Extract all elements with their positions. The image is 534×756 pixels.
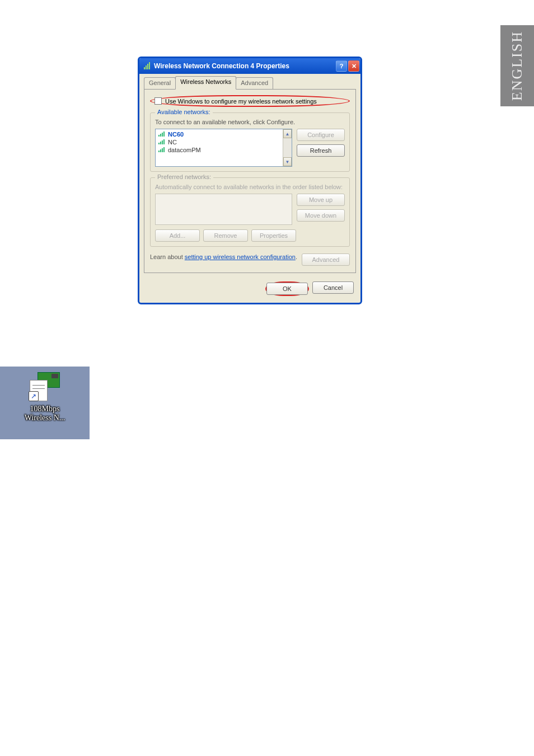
remove-button[interactable]: Remove bbox=[203, 229, 248, 242]
ok-highlight: OK bbox=[265, 281, 309, 296]
shortcut-arrow-icon: ↗ bbox=[29, 391, 39, 401]
list-item[interactable]: NC60 bbox=[157, 130, 282, 138]
refresh-button[interactable]: Refresh bbox=[297, 144, 345, 157]
preferred-legend: Preferred networks: bbox=[155, 173, 213, 180]
shortcut-label-line2: Wireless N... bbox=[25, 414, 65, 422]
svg-rect-3 bbox=[149, 62, 150, 69]
signal-icon bbox=[158, 132, 166, 137]
svg-rect-9 bbox=[160, 142, 161, 144]
svg-rect-10 bbox=[162, 140, 163, 144]
ok-button[interactable]: OK bbox=[266, 283, 308, 295]
signal-icon bbox=[158, 147, 166, 153]
close-button[interactable]: ✕ bbox=[348, 60, 359, 72]
svg-rect-0 bbox=[144, 67, 145, 69]
available-networks-group: Available networks: To connect to an ava… bbox=[150, 112, 350, 172]
properties-button[interactable]: Properties bbox=[251, 229, 296, 242]
tab-wireless-networks[interactable]: Wireless Networks bbox=[175, 76, 236, 90]
available-networks-list[interactable]: NC60 NC datacomPM ▲ ▼ bbox=[155, 129, 292, 167]
dialog-title: Wireless Network Connection 4 Properties bbox=[154, 62, 335, 70]
preferred-hint: Automatically connect to available netwo… bbox=[155, 184, 345, 190]
svg-rect-2 bbox=[147, 64, 148, 69]
svg-rect-7 bbox=[163, 132, 165, 137]
tabstrip: General Wireless Networks Advanced bbox=[139, 74, 360, 90]
svg-rect-15 bbox=[163, 147, 165, 152]
learn-suffix: . bbox=[296, 253, 297, 260]
scroll-down-button[interactable]: ▼ bbox=[283, 157, 292, 166]
learn-link[interactable]: setting up wireless network configuratio… bbox=[185, 253, 296, 260]
use-windows-checkbox[interactable] bbox=[154, 97, 162, 105]
wireless-properties-dialog: Wireless Network Connection 4 Properties… bbox=[138, 57, 362, 304]
available-hint: To connect to an available network, clic… bbox=[155, 119, 345, 125]
learn-prefix: Learn about bbox=[150, 253, 185, 260]
signal-icon bbox=[158, 139, 166, 145]
cancel-button[interactable]: Cancel bbox=[312, 281, 354, 294]
side-language-tab: ENGLISH bbox=[500, 25, 534, 106]
svg-rect-8 bbox=[158, 143, 160, 144]
advanced-button[interactable]: Advanced bbox=[302, 253, 350, 266]
titlebar[interactable]: Wireless Network Connection 4 Properties… bbox=[139, 58, 360, 74]
configure-button[interactable]: Configure bbox=[297, 129, 345, 141]
learn-text: Learn about setting up wireless network … bbox=[150, 253, 297, 260]
svg-rect-14 bbox=[162, 148, 163, 152]
network-name: NC60 bbox=[168, 131, 184, 138]
desktop-shortcut[interactable]: ↗ 108Mbps Wireless N... bbox=[0, 367, 90, 439]
svg-rect-12 bbox=[158, 151, 160, 152]
preferred-networks-group: Preferred networks: Automatically connec… bbox=[150, 177, 350, 247]
side-language-label: ENGLISH bbox=[509, 31, 526, 101]
scroll-up-button[interactable]: ▲ bbox=[283, 129, 292, 138]
network-name: datacomPM bbox=[168, 147, 201, 153]
scrollbar[interactable]: ▲ ▼ bbox=[283, 129, 292, 166]
shortcut-label-line1: 108Mbps bbox=[30, 405, 60, 414]
use-windows-row[interactable]: Use Windows to configure my wireless net… bbox=[150, 95, 350, 107]
add-button[interactable]: Add... bbox=[155, 229, 200, 242]
network-name: NC bbox=[168, 139, 177, 145]
svg-rect-1 bbox=[146, 65, 147, 69]
wireless-icon bbox=[143, 62, 152, 71]
shortcut-icon: ↗ bbox=[27, 372, 62, 401]
svg-rect-6 bbox=[162, 133, 163, 137]
available-legend: Available networks: bbox=[155, 109, 213, 115]
svg-rect-4 bbox=[158, 135, 160, 137]
tab-panel: Use Windows to configure my wireless net… bbox=[144, 89, 356, 273]
tab-general[interactable]: General bbox=[144, 77, 176, 90]
use-windows-label: Use Windows to configure my wireless net… bbox=[165, 98, 317, 105]
dialog-buttons: OK Cancel bbox=[139, 278, 360, 303]
svg-rect-11 bbox=[163, 139, 165, 144]
help-button[interactable]: ? bbox=[336, 60, 347, 72]
move-down-button[interactable]: Move down bbox=[297, 209, 345, 222]
preferred-networks-list[interactable] bbox=[155, 194, 292, 225]
move-up-button[interactable]: Move up bbox=[297, 194, 345, 206]
tab-advanced[interactable]: Advanced bbox=[236, 77, 273, 90]
list-item[interactable]: datacomPM bbox=[157, 146, 282, 154]
svg-rect-13 bbox=[160, 149, 161, 152]
svg-rect-5 bbox=[160, 134, 161, 137]
list-item[interactable]: NC bbox=[157, 138, 282, 146]
